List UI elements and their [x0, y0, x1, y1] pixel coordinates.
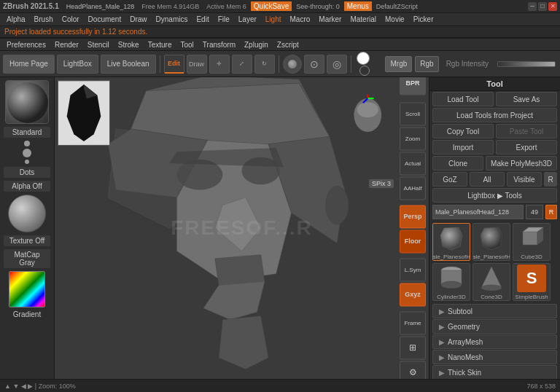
subtool-section[interactable]: ▶Subtool [432, 304, 557, 318]
background-color[interactable] [359, 66, 370, 76]
paste-tool-button[interactable]: Paste Tool [496, 124, 557, 138]
clone-button[interactable]: Clone [432, 156, 483, 170]
live-boolean-button[interactable]: Live Boolean [101, 55, 156, 74]
menu-file[interactable]: File [214, 15, 233, 24]
gear-button[interactable]: ⚙ [400, 361, 426, 380]
viewport-thumbnail[interactable] [58, 80, 110, 146]
export-button[interactable]: Export [496, 140, 557, 154]
menu-layer[interactable]: Layer [235, 15, 260, 24]
color-gradient[interactable] [9, 271, 45, 307]
load-from-project-button[interactable]: Load Tools from Project [432, 108, 557, 122]
frame-button[interactable]: Frame [400, 312, 426, 335]
menu-movie[interactable]: Movie [381, 15, 408, 24]
menu-macro[interactable]: Macro [287, 15, 314, 24]
matcap-label[interactable]: MatCap Gray [4, 249, 50, 268]
menu-menus[interactable]: Menus [344, 1, 372, 11]
menu-edit[interactable]: Edit [192, 15, 212, 24]
menu-see-through[interactable]: See-through: 0 [293, 2, 343, 11]
edit-button[interactable]: Edit [164, 55, 184, 74]
current-tool-label[interactable]: Male_PlanesofHead_128 [432, 205, 524, 219]
floor-button[interactable]: Floor [400, 230, 426, 254]
menu-zplugin[interactable]: Zplugin [241, 40, 272, 50]
lightbox-button[interactable]: LightBox [57, 55, 98, 74]
brush-icon-3[interactable]: ◎ [327, 55, 347, 74]
thick-skin-section[interactable]: ▶Thick Skin [432, 365, 557, 379]
aahalf-button[interactable]: AAHalf [400, 177, 426, 200]
tool-item-0[interactable]: Male_PlanesofH... [432, 223, 470, 261]
arraymesh-section[interactable]: ▶ArrayMesh [432, 334, 557, 349]
viewport[interactable]: FREESOF...R BPR Scroll Zoom Actual AAHal… [55, 77, 429, 379]
brush-size-small[interactable] [24, 141, 30, 146]
intensity-slider[interactable] [497, 61, 556, 67]
menu-draw[interactable]: Draw [126, 15, 150, 24]
menu-quicksave[interactable]: QuickSave [251, 1, 292, 11]
minimize-button[interactable]: ─ [528, 2, 537, 11]
load-tool-button[interactable]: Load Tool [432, 92, 494, 106]
r-flag-button[interactable]: R [544, 172, 557, 187]
menu-transform[interactable]: Transform [199, 40, 239, 50]
tool-item-1[interactable]: Male_PlanesofH... [472, 223, 510, 261]
brush-type-label[interactable]: Dots [4, 167, 50, 178]
save-as-button[interactable]: Save As [496, 92, 557, 106]
menu-stencil[interactable]: Stencil [84, 40, 113, 50]
scroll-button[interactable]: Scroll [400, 103, 426, 126]
all-button[interactable]: All [470, 172, 505, 187]
tool-item-4[interactable]: Cone3D [472, 263, 510, 301]
brush-size-medium[interactable] [23, 149, 31, 157]
brush-size-tiny[interactable] [25, 160, 29, 164]
brush-name-label[interactable]: Standard [4, 127, 50, 138]
menu-color[interactable]: Color [58, 15, 83, 24]
rgb-button[interactable]: Rgb [415, 56, 438, 72]
draw-button[interactable]: Draw [187, 55, 207, 74]
current-tool-num[interactable]: 49 [526, 205, 543, 219]
geometry-section[interactable]: ▶Geometry [432, 319, 557, 334]
gxyz-button[interactable]: Gxyz [400, 283, 426, 307]
tool-item-5[interactable]: S SimpleBrush [513, 263, 551, 301]
menu-material[interactable]: Material [346, 15, 380, 24]
menu-texture[interactable]: Texture [144, 40, 176, 50]
menu-preferences[interactable]: Preferences [3, 40, 50, 50]
menu-zscript[interactable]: Zscript [273, 40, 303, 50]
move-button[interactable]: ✛ [209, 55, 230, 74]
maximize-button[interactable]: □ [538, 2, 547, 11]
menu-script[interactable]: DefaultZScript [373, 2, 421, 11]
lsym-button[interactable]: L.Sym [400, 259, 426, 282]
visible-button[interactable]: Visible [507, 172, 542, 187]
bpr-button[interactable]: BPR [400, 77, 426, 95]
grid-button[interactable]: ⊞ [400, 337, 426, 360]
foreground-color[interactable] [357, 52, 370, 65]
menu-tool[interactable]: Tool [176, 40, 197, 50]
scale-button[interactable]: ⤢ [232, 55, 252, 74]
menu-picker[interactable]: Picker [410, 15, 438, 24]
actual-button[interactable]: Actual [400, 152, 426, 176]
brush-icon-2[interactable]: ⊙ [304, 55, 324, 74]
lightbox-tools-button[interactable]: Lightbox ▶ Tools [432, 188, 557, 203]
menu-stroke[interactable]: Stroke [114, 40, 143, 50]
menu-dynamics[interactable]: Dynamics [152, 15, 192, 24]
brush-icon-1[interactable] [283, 55, 302, 74]
persp-button[interactable]: Persp [400, 205, 426, 229]
menu-alpha[interactable]: Alpha [3, 15, 29, 24]
tool-item-2[interactable]: Cube3D [513, 223, 551, 261]
nanomesh-section[interactable]: ▶NanoMesh [432, 350, 557, 364]
tool-item-3[interactable]: Cylinder3D [432, 263, 470, 301]
mrgb-button[interactable]: Mrgb [385, 56, 412, 72]
menu-light[interactable]: Light [262, 15, 285, 24]
material-preview[interactable] [8, 195, 46, 232]
menu-brush[interactable]: Brush [31, 15, 57, 24]
alpha-off-label[interactable]: Alpha Off [4, 181, 50, 192]
close-button[interactable]: ✕ [548, 2, 557, 11]
zoom-button[interactable]: Zoom [400, 128, 426, 151]
rotate-button[interactable]: ↻ [254, 55, 275, 74]
brush-preview[interactable] [5, 80, 49, 124]
make-polymesh-button[interactable]: Make PolyMesh3D [486, 156, 557, 170]
menu-render[interactable]: Render [51, 40, 82, 50]
import-button[interactable]: Import [432, 140, 494, 154]
r-button[interactable]: R [545, 205, 557, 219]
goz-button[interactable]: GoZ [432, 172, 467, 187]
menu-marker[interactable]: Marker [315, 15, 345, 24]
menu-document[interactable]: Document [85, 15, 125, 24]
home-page-button[interactable]: Home Page [3, 55, 55, 74]
texture-off-label[interactable]: Texture Off [4, 235, 50, 246]
copy-tool-button[interactable]: Copy Tool [432, 124, 494, 138]
